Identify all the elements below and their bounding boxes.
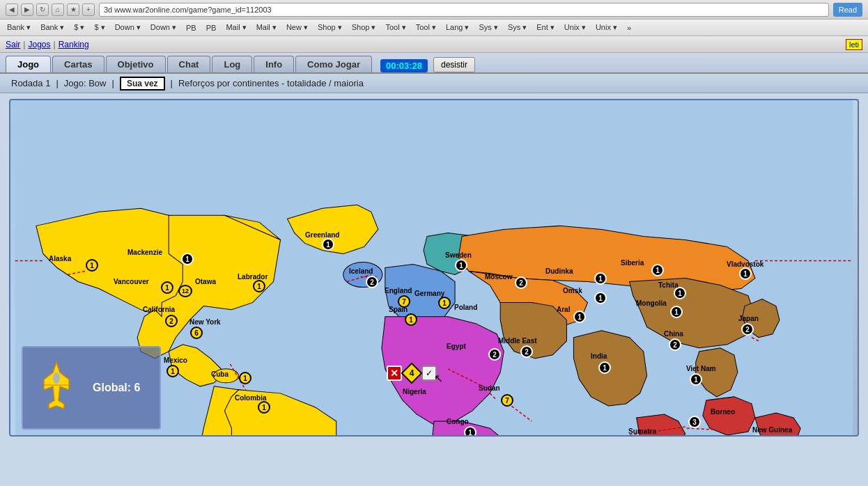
bookmark-button[interactable]: ★ xyxy=(67,3,79,16)
tab-jogo[interactable]: Jogo xyxy=(6,56,51,72)
map-container: Alaska 1 Mackenzie 1 Vancouver 1 Otawa 1… xyxy=(9,99,859,437)
menu-mail2[interactable]: Mail ▾ xyxy=(252,22,281,33)
svg-point-43 xyxy=(53,373,60,384)
refresh-button[interactable]: ↻ xyxy=(36,3,49,16)
game-info-bar: Rodada 1 | Jogo: Bow | Sua vez | Reforço… xyxy=(0,74,868,93)
menu-sys2[interactable]: Sys ▾ xyxy=(504,22,531,33)
menu-bar: Bank ▾ Bank ▾ $ ▾ $ ▾ Down ▾ Down ▾ PB P… xyxy=(0,19,868,36)
tab-chat[interactable]: Chat xyxy=(167,56,211,72)
game-tabs: Jogo Cartas Objetivo Chat Log Info Como … xyxy=(0,53,868,74)
menu-down1[interactable]: Down ▾ xyxy=(111,22,145,33)
menu-tool2[interactable]: Tool ▾ xyxy=(412,22,440,33)
menu-bank2[interactable]: Bank ▾ xyxy=(36,22,68,33)
game-timer: 00:03:28 xyxy=(380,59,428,72)
menu-down2[interactable]: Down ▾ xyxy=(146,22,180,33)
menu-dollar2[interactable]: $ ▾ xyxy=(90,22,109,33)
read-button[interactable]: Read xyxy=(833,3,862,17)
menu-shop2[interactable]: Shop ▾ xyxy=(348,22,380,33)
menu-unix2[interactable]: Unix ▾ xyxy=(591,22,621,33)
diamond-container: 4 xyxy=(403,365,420,382)
menu-dollar1[interactable]: $ ▾ xyxy=(70,22,88,33)
menu-tool1[interactable]: Tool ▾ xyxy=(381,22,410,33)
svg-point-4 xyxy=(213,369,238,383)
tab-info[interactable]: Info xyxy=(254,56,294,72)
menu-unix1[interactable]: Unix ▾ xyxy=(560,22,590,33)
nav-user: leti xyxy=(846,39,862,50)
menu-ent[interactable]: Ent ▾ xyxy=(532,22,559,33)
global-label: Global: 6 xyxy=(93,382,140,394)
menu-lang[interactable]: Lang ▾ xyxy=(442,22,474,33)
bottom-panel: Global: 6 xyxy=(22,346,161,430)
menu-mail1[interactable]: Mail ▾ xyxy=(222,22,250,33)
new-tab-button[interactable]: + xyxy=(82,3,95,16)
rodada-label: Rodada 1 xyxy=(11,78,50,88)
x-button[interactable]: ✕ xyxy=(387,366,402,381)
browser-bar: ◀ ▶ ↻ ⌂ ★ + 3d www.war2online.com/game?g… xyxy=(0,0,868,19)
nav-jogos[interactable]: Jogos xyxy=(28,40,50,49)
sua-vez-badge: Sua vez xyxy=(120,77,165,91)
home-button[interactable]: ⌂ xyxy=(52,3,64,16)
url-bar[interactable]: 3d www.war2online.com/game?game_id=11200… xyxy=(99,3,829,17)
check-button[interactable]: ✓ xyxy=(421,366,437,381)
tab-cartas[interactable]: Cartas xyxy=(52,56,104,72)
menu-bank1[interactable]: Bank ▾ xyxy=(3,22,35,33)
menu-shop1[interactable]: Shop ▾ xyxy=(313,22,346,33)
menu-pb2[interactable]: PB xyxy=(202,22,221,33)
tab-como-jogar[interactable]: Como Jogar xyxy=(295,56,372,72)
back-button[interactable]: ◀ xyxy=(6,3,18,16)
battle-icons[interactable]: ✕ 4 ✓ xyxy=(387,365,437,382)
nav-bar: Sair | Jogos | Ranking leti xyxy=(0,36,868,53)
tab-log[interactable]: Log xyxy=(212,56,252,72)
troops-nigeria: 4 xyxy=(403,365,420,382)
reforcos-label: Reforços por continentes - totalidade / … xyxy=(178,78,364,88)
menu-new[interactable]: New ▾ xyxy=(282,22,312,33)
fighter-jet-icon xyxy=(29,356,84,419)
menu-sys1[interactable]: Sys ▾ xyxy=(474,22,502,33)
desistir-button[interactable]: desistir xyxy=(433,57,475,72)
tab-objetivo[interactable]: Objetivo xyxy=(106,56,166,72)
menu-pb1[interactable]: PB xyxy=(182,22,201,33)
menu-more[interactable]: » xyxy=(623,22,635,33)
browser-controls: ◀ ▶ ↻ ⌂ ★ + xyxy=(6,3,95,16)
nav-sair[interactable]: Sair xyxy=(6,40,20,49)
svg-point-10 xyxy=(343,262,382,287)
jogo-label: Jogo: Bow xyxy=(64,78,107,88)
forward-button[interactable]: ▶ xyxy=(21,3,33,16)
nav-ranking[interactable]: Ranking xyxy=(59,40,89,49)
url-text: 3d www.war2online.com/game?game_id=11200… xyxy=(104,6,272,14)
